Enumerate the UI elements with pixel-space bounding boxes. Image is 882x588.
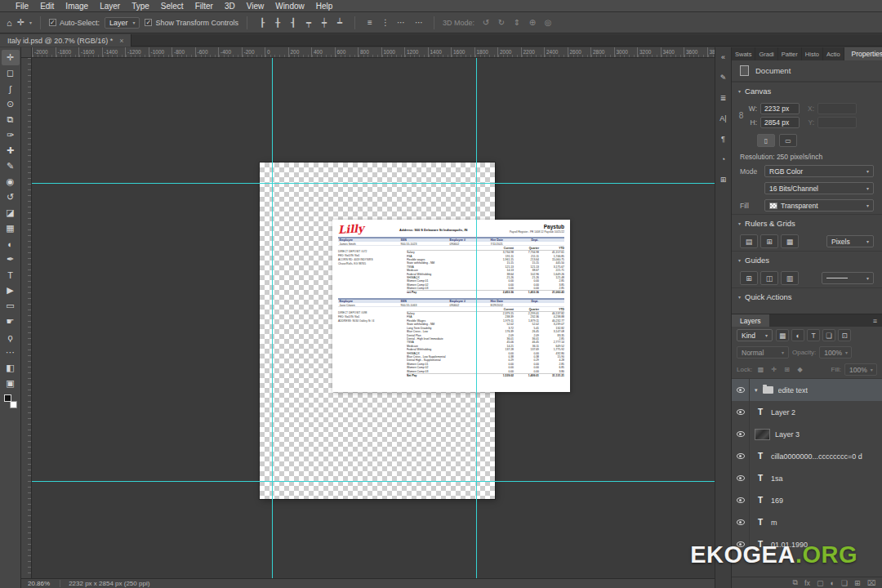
- current-tool-icon[interactable]: ✛: [17, 17, 24, 28]
- panel-tab-patter[interactable]: Patter: [778, 47, 802, 60]
- menu-type[interactable]: Type: [126, 0, 155, 12]
- clone-source-panel-icon[interactable]: ≣: [716, 91, 731, 105]
- collapse-panels-icon[interactable]: «: [716, 50, 731, 65]
- canvas-section-header[interactable]: ▾ Canvas: [732, 82, 882, 100]
- visibility-eye-icon[interactable]: [737, 497, 745, 503]
- menu-view[interactable]: View: [241, 0, 270, 12]
- blend-mode-dropdown[interactable]: Normal ▾: [737, 346, 789, 359]
- foreground-color-swatch[interactable]: [4, 394, 11, 402]
- home-icon[interactable]: ⌂: [7, 18, 12, 28]
- layer-row-main[interactable]: Tcilla0000000...cccccccc=0 d: [750, 445, 882, 467]
- zoom-tool[interactable]: ϙ: [2, 329, 20, 345]
- layer-style-icon[interactable]: fx: [804, 579, 810, 587]
- panel-menu-icon[interactable]: ≡: [868, 314, 882, 327]
- clear-guides-icon[interactable]: ▥: [781, 271, 799, 285]
- layers-panel-tab[interactable]: Layers: [732, 314, 769, 327]
- layer-visibility-cell[interactable]: [732, 489, 750, 511]
- layer-row[interactable]: Tm: [732, 511, 882, 533]
- color-mode-dropdown[interactable]: RGB Color ▾: [764, 165, 874, 177]
- panel-tab-actio[interactable]: Actio: [823, 47, 844, 60]
- layer-row[interactable]: TLayer 2: [732, 401, 882, 423]
- panel-tab-properties[interactable]: Properties: [844, 47, 882, 60]
- vertical-guide[interactable]: [476, 58, 477, 578]
- ruler-toggle-icon[interactable]: ▤: [740, 234, 758, 248]
- layer-row[interactable]: ▾edite text: [732, 379, 882, 401]
- menu-filter[interactable]: Filter: [189, 0, 219, 12]
- visibility-eye-icon[interactable]: [737, 409, 745, 415]
- marquee-tool[interactable]: ◻: [2, 65, 20, 81]
- panel-tab-histo[interactable]: Histo: [802, 47, 823, 60]
- snap-toggle-icon[interactable]: ▦: [781, 234, 799, 248]
- layer-row[interactable]: Tcilla0000000...cccccccc=0 d: [732, 445, 882, 467]
- filter-type-layers-icon[interactable]: T: [807, 329, 820, 341]
- 3d-drag-icon[interactable]: ⇕: [510, 16, 523, 29]
- layer-visibility-cell[interactable]: [732, 401, 750, 423]
- character-panel-icon[interactable]: A|: [716, 111, 731, 126]
- menu-layer[interactable]: Layer: [94, 0, 126, 12]
- distribute-vertical-icon[interactable]: ≡: [363, 16, 376, 29]
- layer-filter-dropdown[interactable]: Kind ▾: [737, 329, 773, 341]
- align-right-edges-icon[interactable]: ┨: [287, 16, 300, 29]
- quick-mask-icon[interactable]: ◧: [2, 360, 20, 376]
- menu-window[interactable]: Window: [270, 0, 310, 12]
- align-bottom-edges-icon[interactable]: ┷: [333, 16, 346, 29]
- visibility-eye-icon[interactable]: [737, 475, 745, 481]
- visibility-eye-icon[interactable]: [737, 431, 745, 437]
- close-tab-icon[interactable]: ×: [119, 37, 123, 45]
- layer-row-main[interactable]: ▾edite text: [750, 379, 882, 401]
- guide-layout-icon[interactable]: ◫: [760, 271, 778, 285]
- 3d-scale-icon[interactable]: ◎: [541, 16, 555, 29]
- zoom-level[interactable]: 20.86%: [28, 580, 50, 587]
- layer-row[interactable]: Layer 3: [732, 423, 882, 445]
- distribute-spacing-icon[interactable]: ⋯: [394, 16, 408, 29]
- distribute-horizontal-icon[interactable]: ⋮: [379, 16, 392, 29]
- info-panel-icon[interactable]: ⊞: [716, 172, 731, 187]
- color-swatches[interactable]: [3, 394, 18, 408]
- layer-row[interactable]: T169: [732, 489, 882, 511]
- gradient-tool[interactable]: ▦: [2, 220, 20, 236]
- pen-tool[interactable]: ✒: [2, 252, 20, 267]
- layer-row-main[interactable]: TLayer 2: [750, 401, 882, 423]
- visibility-eye-icon[interactable]: [737, 519, 745, 525]
- filter-smart-objects-icon[interactable]: ⊡: [838, 329, 851, 341]
- lock-pixels-icon[interactable]: ✛: [768, 365, 779, 375]
- delete-layer-icon[interactable]: ⌧: [867, 579, 875, 587]
- clone-stamp-tool[interactable]: ◉: [2, 174, 20, 189]
- layer-visibility-cell[interactable]: [732, 445, 750, 467]
- portrait-orientation-button[interactable]: ▯: [757, 134, 775, 147]
- document-tab[interactable]: Italy id.psd @ 20.7% (RGB/16) * ×: [0, 34, 131, 47]
- width-field[interactable]: 2232 px: [760, 103, 800, 114]
- guide-style-dropdown[interactable]: ▾: [822, 272, 874, 284]
- lock-transparency-icon[interactable]: ▩: [755, 365, 766, 375]
- link-dimensions-icon[interactable]: 8: [737, 100, 746, 131]
- filter-shape-layers-icon[interactable]: ❏: [822, 329, 835, 341]
- menu-select[interactable]: Select: [155, 0, 189, 12]
- timeline-panel-icon[interactable]: ◔: [716, 152, 731, 167]
- horizontal-guide[interactable]: [32, 183, 715, 184]
- type-tool[interactable]: T: [2, 267, 20, 283]
- paragraph-panel-icon[interactable]: ¶: [716, 131, 731, 146]
- height-field[interactable]: 2854 px: [760, 117, 800, 128]
- new-group-icon[interactable]: ❏: [841, 579, 848, 587]
- ruler-units-dropdown[interactable]: Pixels ▾: [826, 235, 874, 247]
- auto-select-checkbox[interactable]: ✓ Auto-Select:: [49, 19, 100, 27]
- rulers-grids-section-header[interactable]: ▾ Rulers & Grids: [732, 214, 882, 232]
- menu-edit[interactable]: Edit: [34, 0, 60, 12]
- hand-tool[interactable]: ☛: [2, 314, 20, 329]
- tool-preset-caret-icon[interactable]: ▾: [29, 20, 32, 25]
- history-brush-tool[interactable]: ↺: [2, 189, 20, 205]
- align-left-edges-icon[interactable]: ┠: [256, 16, 269, 29]
- new-guide-icon[interactable]: ⊞: [740, 271, 758, 285]
- shape-tool[interactable]: ▭: [2, 298, 20, 314]
- path-selection-tool[interactable]: ▶: [2, 283, 20, 298]
- visibility-eye-icon[interactable]: [737, 387, 745, 393]
- layer-visibility-cell[interactable]: [732, 423, 750, 445]
- menu-image[interactable]: Image: [60, 0, 94, 12]
- filter-pixel-layers-icon[interactable]: ▦: [776, 329, 789, 341]
- history-panel-icon[interactable]: ✎: [716, 70, 731, 85]
- screen-mode-icon[interactable]: ▣: [2, 376, 20, 391]
- menu-help[interactable]: Help: [310, 0, 339, 12]
- show-transform-checkbox[interactable]: ✓ Show Transform Controls: [145, 19, 238, 27]
- grid-toggle-icon[interactable]: ⊞: [760, 234, 778, 248]
- align-top-edges-icon[interactable]: ┯: [302, 16, 315, 29]
